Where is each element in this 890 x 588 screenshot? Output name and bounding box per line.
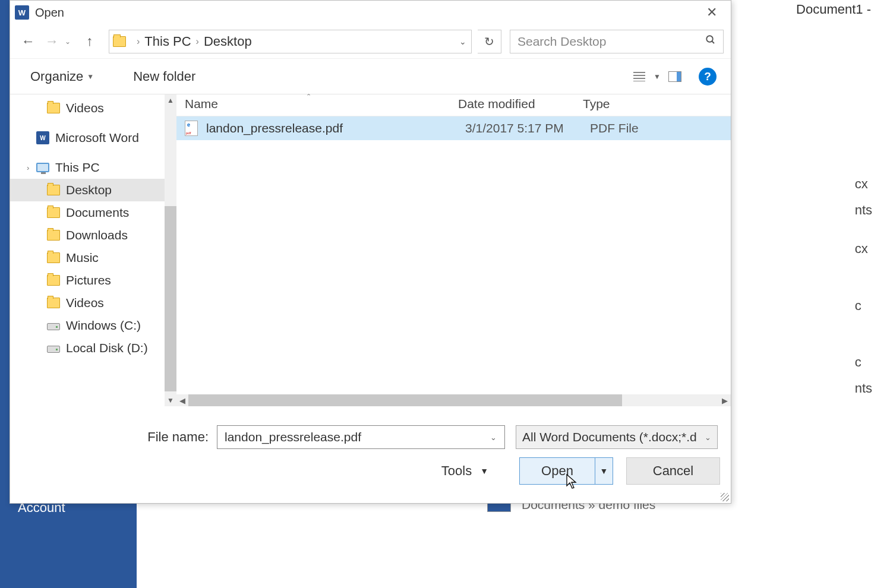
forward-button[interactable]: → (41, 31, 62, 52)
recent-line: cx (855, 237, 872, 261)
back-button[interactable]: ← (17, 31, 39, 52)
scroll-down-icon[interactable]: ▼ (165, 394, 176, 406)
word-icon: W (36, 131, 49, 144)
scroll-left-icon[interactable]: ◀ (176, 396, 188, 405)
tree-item-desktop[interactable]: Desktop (10, 179, 176, 201)
sort-indicator-icon: ⌃ (306, 93, 311, 100)
address-dropdown-icon[interactable]: ⌄ (459, 37, 466, 46)
filename-input[interactable] (217, 425, 505, 449)
help-button[interactable]: ? (699, 68, 717, 86)
file-date: 3/1/2017 5:17 PM (465, 121, 590, 135)
tree-item-windows-c-[interactable]: Windows (C:) (10, 314, 176, 337)
breadcrumb-sep: › (196, 36, 199, 47)
tree-item-this-pc[interactable]: ›This PC (10, 156, 176, 179)
pc-icon (36, 163, 49, 172)
tree-item-label: Local Disk (D:) (66, 341, 148, 355)
pdf-file-icon (185, 121, 198, 136)
recent-line: cx (855, 172, 872, 196)
up-button[interactable]: ↑ (79, 31, 100, 52)
tree-item-label: Desktop (66, 183, 112, 197)
column-headers: ⌃ Name Date modified Type (176, 94, 731, 116)
tree-item-videos[interactable]: Videos (10, 97, 176, 119)
recent-line: c (855, 350, 872, 374)
list-view-icon (633, 72, 645, 81)
tree-scrollbar[interactable]: ▲ ▼ (165, 94, 176, 406)
dialog-toolbar: Organize▼ New folder ▼ ? (10, 59, 731, 94)
folder-icon (47, 103, 60, 113)
tree-item-videos[interactable]: Videos (10, 292, 176, 314)
file-type: PDF File (590, 121, 697, 135)
tree-item-microsoft-word[interactable]: WMicrosoft Word (10, 127, 176, 149)
open-dropdown-button[interactable]: ▼ (595, 458, 613, 484)
preview-pane-icon (668, 71, 681, 82)
tree-item-label: Videos (66, 101, 104, 115)
tree-item-label: Microsoft Word (55, 131, 139, 145)
tree-item-music[interactable]: Music (10, 246, 176, 269)
word-window-title: Document1 - (796, 2, 871, 17)
main-content-area: VideosWMicrosoft Word›This PCDesktopDocu… (10, 94, 731, 406)
chevron-down-icon: ⌄ (705, 433, 711, 442)
tree-item-label: This PC (55, 160, 100, 175)
tree-item-label: Music (66, 251, 99, 265)
tree-item-label: Downloads (66, 228, 128, 242)
refresh-button[interactable]: ↻ (478, 30, 501, 53)
filename-label: File name: (21, 429, 217, 445)
search-icon[interactable] (705, 34, 716, 48)
drive-icon (47, 323, 60, 330)
drive-icon (47, 346, 60, 353)
breadcrumb-desktop[interactable]: Desktop (204, 34, 252, 49)
breadcrumb-this-pc[interactable]: This PC (144, 34, 191, 49)
open-file-dialog: W Open ✕ ← → ⌄ ↑ › This PC › Desktop ⌄ ↻… (10, 0, 731, 504)
svg-point-0 (706, 36, 713, 42)
preview-pane-button[interactable] (663, 67, 687, 86)
column-name-header[interactable]: Name (185, 97, 458, 111)
svg-line-1 (712, 41, 714, 43)
scroll-up-icon[interactable]: ▲ (165, 94, 176, 106)
tree-item-pictures[interactable]: Pictures (10, 269, 176, 292)
tree-item-downloads[interactable]: Downloads (10, 224, 176, 246)
view-list-button[interactable] (627, 67, 651, 86)
new-folder-button[interactable]: New folder (127, 65, 201, 88)
chevron-icon[interactable]: › (27, 163, 29, 172)
h-scroll-thumb[interactable] (188, 394, 622, 406)
organize-menu[interactable]: Organize▼ (24, 65, 100, 88)
open-button-split: Open ▼ (519, 457, 613, 485)
recent-line: c (855, 294, 872, 318)
word-app-icon: W (15, 5, 29, 20)
view-dropdown-icon[interactable]: ▼ (654, 72, 661, 81)
folder-icon (47, 230, 60, 241)
tree-item-label: Documents (66, 206, 129, 220)
file-name: landon_pressrelease.pdf (206, 121, 465, 135)
folder-icon (47, 207, 60, 218)
cancel-button[interactable]: Cancel (626, 457, 720, 485)
scroll-thumb[interactable] (165, 206, 176, 391)
filetype-select[interactable]: All Word Documents (*.docx;*.d ⌄ (516, 425, 718, 449)
navigation-bar: ← → ⌄ ↑ › This PC › Desktop ⌄ ↻ Search D… (10, 24, 731, 59)
column-date-header[interactable]: Date modified (458, 97, 583, 111)
scroll-right-icon[interactable]: ▶ (719, 396, 731, 405)
column-type-header[interactable]: Type (583, 97, 690, 111)
filename-dropdown-icon[interactable]: ⌄ (490, 433, 497, 442)
tree-item-documents[interactable]: Documents (10, 201, 176, 224)
folder-icon (113, 36, 126, 47)
tree-item-local-disk-d-[interactable]: Local Disk (D:) (10, 337, 176, 359)
dialog-footer: File name: ⌄ All Word Documents (*.docx;… (10, 406, 731, 494)
search-input[interactable]: Search Desktop (510, 30, 724, 53)
file-list-pane: ⌃ Name Date modified Type landon_pressre… (176, 94, 731, 406)
history-dropdown[interactable]: ⌄ (65, 37, 77, 46)
folder-icon (47, 252, 60, 263)
breadcrumb-sep: › (137, 36, 140, 47)
address-bar[interactable]: › This PC › Desktop ⌄ (109, 30, 472, 53)
folder-icon (47, 185, 60, 195)
horizontal-scrollbar[interactable]: ◀ ▶ (176, 394, 731, 406)
search-placeholder: Search Desktop (517, 34, 606, 49)
close-button[interactable]: ✕ (700, 4, 726, 21)
resize-grip[interactable] (721, 493, 729, 501)
folder-icon (47, 298, 60, 308)
open-button[interactable]: Open (520, 458, 595, 484)
tools-menu[interactable]: Tools▼ (441, 463, 488, 479)
tree-item-label: Videos (66, 296, 104, 310)
folder-icon (47, 275, 60, 286)
file-row[interactable]: landon_pressrelease.pdf3/1/2017 5:17 PMP… (176, 116, 731, 140)
tree-item-label: Windows (C:) (66, 318, 141, 333)
